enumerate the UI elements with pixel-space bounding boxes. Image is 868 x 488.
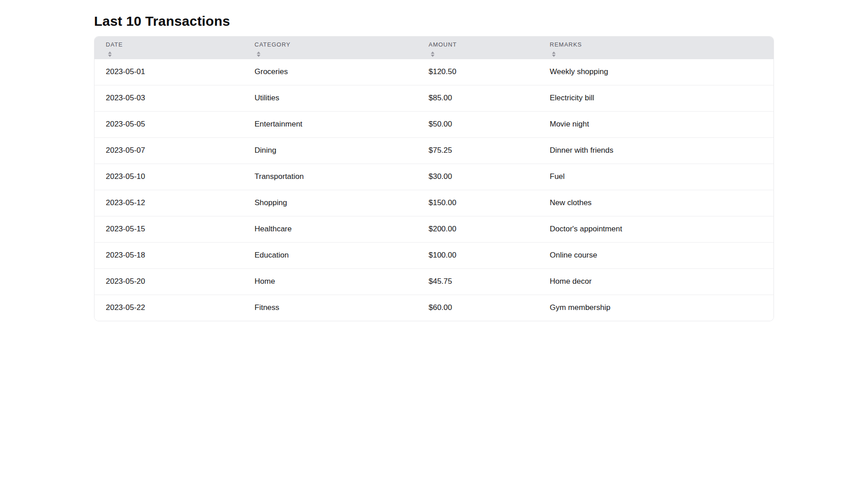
sort-icon[interactable]: [431, 52, 434, 57]
cell-category: Healthcare: [243, 216, 417, 242]
table-row: 2023-05-22Fitness$60.00Gym membership: [94, 295, 774, 321]
cell-date: 2023-05-03: [94, 85, 243, 111]
cell-amount: $75.25: [417, 137, 538, 164]
cell-amount: $30.00: [417, 164, 538, 190]
cell-category: Entertainment: [243, 111, 417, 137]
cell-amount: $85.00: [417, 85, 538, 111]
table-row: 2023-05-12Shopping$150.00New clothes: [94, 190, 774, 216]
sort-desc-arrow-icon: [108, 55, 112, 57]
cell-category: Groceries: [243, 59, 417, 85]
cell-date: 2023-05-05: [94, 111, 243, 137]
table-header-row: DATECATEGORYAMOUNTREMARKS: [94, 37, 774, 59]
page-content: Last 10 Transactions DATECATEGORYAMOUNTR…: [0, 14, 868, 321]
cell-date: 2023-05-20: [94, 268, 243, 295]
cell-amount: $50.00: [417, 111, 538, 137]
cell-category: Utilities: [243, 85, 417, 111]
table-row: 2023-05-01Groceries$120.50Weekly shoppin…: [94, 59, 774, 85]
cell-date: 2023-05-07: [94, 137, 243, 164]
cell-remarks: Fuel: [538, 164, 774, 190]
cell-category: Education: [243, 242, 417, 268]
table-row: 2023-05-20Home$45.75Home decor: [94, 268, 774, 295]
cell-amount: $100.00: [417, 242, 538, 268]
sort-icon[interactable]: [108, 52, 112, 57]
cell-date: 2023-05-18: [94, 242, 243, 268]
cell-remarks: Doctor's appointment: [538, 216, 774, 242]
cell-amount: $120.50: [417, 59, 538, 85]
transactions-table-grid: DATECATEGORYAMOUNTREMARKS 2023-05-01Groc…: [94, 37, 774, 321]
cell-remarks: Movie night: [538, 111, 774, 137]
cell-amount: $150.00: [417, 190, 538, 216]
cell-remarks: Home decor: [538, 268, 774, 295]
sort-asc-arrow-icon: [431, 52, 434, 54]
sort-asc-arrow-icon: [257, 52, 260, 54]
sort-icon[interactable]: [257, 52, 260, 57]
cell-remarks: Electricity bill: [538, 85, 774, 111]
cell-remarks: Weekly shopping: [538, 59, 774, 85]
transactions-table: DATECATEGORYAMOUNTREMARKS 2023-05-01Groc…: [94, 36, 774, 321]
cell-remarks: Gym membership: [538, 295, 774, 321]
column-header-date[interactable]: DATE: [94, 37, 243, 59]
sort-asc-arrow-icon: [108, 52, 112, 54]
sort-desc-arrow-icon: [257, 55, 260, 57]
cell-amount: $45.75: [417, 268, 538, 295]
table-row: 2023-05-10Transportation$30.00Fuel: [94, 164, 774, 190]
table-row: 2023-05-07Dining$75.25Dinner with friend…: [94, 137, 774, 164]
table-row: 2023-05-05Entertainment$50.00Movie night: [94, 111, 774, 137]
sort-icon[interactable]: [552, 52, 556, 57]
cell-category: Home: [243, 268, 417, 295]
cell-amount: $200.00: [417, 216, 538, 242]
sort-desc-arrow-icon: [552, 55, 556, 57]
cell-remarks: New clothes: [538, 190, 774, 216]
table-row: 2023-05-03Utilities$85.00Electricity bil…: [94, 85, 774, 111]
cell-date: 2023-05-22: [94, 295, 243, 321]
cell-category: Dining: [243, 137, 417, 164]
column-header-label: DATE: [106, 41, 236, 48]
cell-date: 2023-05-01: [94, 59, 243, 85]
cell-category: Transportation: [243, 164, 417, 190]
sort-desc-arrow-icon: [431, 55, 434, 57]
cell-category: Fitness: [243, 295, 417, 321]
cell-amount: $60.00: [417, 295, 538, 321]
cell-date: 2023-05-15: [94, 216, 243, 242]
cell-remarks: Dinner with friends: [538, 137, 774, 164]
page-title: Last 10 Transactions: [94, 14, 774, 29]
table-row: 2023-05-15Healthcare$200.00Doctor's appo…: [94, 216, 774, 242]
column-header-remarks[interactable]: REMARKS: [538, 37, 774, 59]
column-header-amount[interactable]: AMOUNT: [417, 37, 538, 59]
cell-remarks: Online course: [538, 242, 774, 268]
sort-asc-arrow-icon: [552, 52, 556, 54]
cell-date: 2023-05-12: [94, 190, 243, 216]
column-header-label: REMARKS: [550, 41, 766, 48]
column-header-label: AMOUNT: [429, 41, 531, 48]
column-header-category[interactable]: CATEGORY: [243, 37, 417, 59]
cell-date: 2023-05-10: [94, 164, 243, 190]
column-header-label: CATEGORY: [255, 41, 410, 48]
cell-category: Shopping: [243, 190, 417, 216]
table-row: 2023-05-18Education$100.00Online course: [94, 242, 774, 268]
